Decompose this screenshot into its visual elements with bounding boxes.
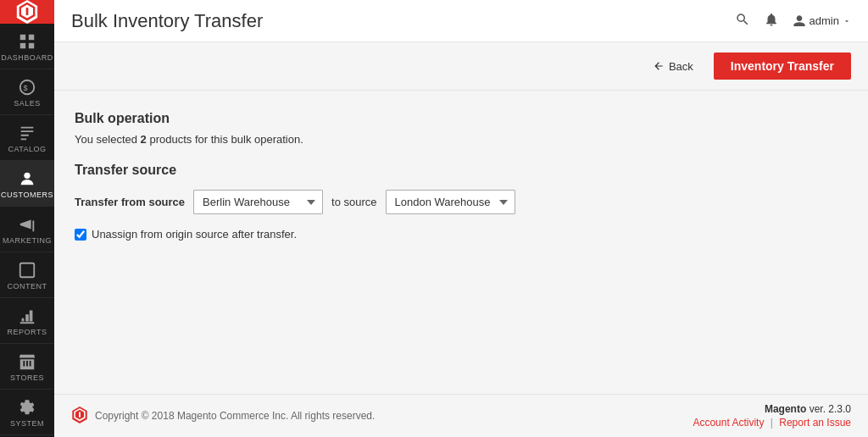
sidebar-item-sales[interactable]: $ SALES [0,69,54,115]
page-body: Bulk operation You selected 2 products f… [54,91,868,261]
account-activity-link[interactable]: Account Activity [693,417,764,429]
transfer-source-section: Transfer source Transfer from source Ber… [75,163,848,241]
search-icon[interactable] [735,12,750,30]
report-issue-link[interactable]: Report an Issue [779,417,851,429]
unassign-checkbox-row: Unassign from origin source after transf… [75,228,848,241]
main-area: Bulk Inventory Transfer admin Back Inven… [54,0,868,437]
footer-version: Magento ver. 2.3.0 [693,403,851,415]
bulk-selected-count: 2 [141,133,147,146]
bulk-operation-title: Bulk operation [75,111,848,126]
sidebar-item-label-sales: SALES [14,99,41,108]
action-bar: Back Inventory Transfer [54,42,868,91]
footer-right: Magento ver. 2.3.0 Account Activity | Re… [693,403,851,429]
svg-rect-0 [20,35,25,40]
transfer-to-select[interactable]: London Warehouse Berlin Warehouse Paris … [386,190,515,214]
sidebar-item-stores[interactable]: STORES [0,344,54,390]
footer-copyright: Copyright © 2018 Magento Commerce Inc. A… [95,410,375,422]
footer-links: Account Activity | Report an Issue [693,417,851,429]
sidebar-item-label-system: SYSTEM [10,419,44,428]
sidebar-item-label-dashboard: DASHBOARD [1,53,53,62]
sidebar-item-reports[interactable]: REPORTS [0,298,54,344]
footer: Copyright © 2018 Magento Commerce Inc. A… [54,394,868,437]
back-button[interactable]: Back [643,55,704,78]
svg-text:$: $ [23,84,27,92]
notification-bell-icon[interactable] [764,12,779,30]
svg-rect-3 [29,43,34,48]
sidebar-item-label-reports: REPORTS [8,328,47,336]
unassign-checkbox[interactable] [75,229,86,241]
transfer-from-label: Transfer from source [75,196,185,208]
unassign-label[interactable]: Unassign from origin source after transf… [92,228,297,241]
header-actions: admin [735,12,851,30]
footer-left: Copyright © 2018 Magento Commerce Inc. A… [71,407,375,426]
bulk-desc-suffix: products for this bulk operation. [147,133,303,146]
sidebar-item-label-catalog: CATALOG [8,145,46,153]
sidebar-item-catalog[interactable]: CATALOG [0,115,54,161]
footer-magento-label: Magento [765,403,806,415]
sidebar-item-system[interactable]: SYSTEM [0,390,54,435]
back-button-label: Back [669,60,693,73]
top-header: Bulk Inventory Transfer admin [54,0,868,42]
transfer-from-select[interactable]: Berlin Warehouse London Warehouse Paris … [193,190,323,214]
admin-user-menu[interactable]: admin [793,14,851,28]
sidebar-item-label-marketing: MARKETING [3,236,52,245]
svg-rect-2 [20,43,25,48]
footer-version-number: ver. 2.3.0 [810,403,851,415]
bulk-desc-prefix: You selected [75,133,141,146]
sidebar-item-label-content: CONTENT [8,282,47,290]
bulk-operation-description: You selected 2 products for this bulk op… [75,133,848,146]
admin-username: admin [810,14,839,27]
page-title: Bulk Inventory Transfer [71,10,263,32]
sidebar-item-dashboard[interactable]: DASHBOARD [0,24,54,69]
sidebar-item-label-customers: CUSTOMERS [1,191,53,199]
sidebar-item-marketing[interactable]: MARKETING [0,207,54,252]
sidebar-item-label-stores: STORES [10,373,44,382]
transfer-source-title: Transfer source [75,163,848,178]
to-source-label: to source [331,196,376,208]
footer-magento-logo-icon [71,407,88,426]
sidebar: DASHBOARD $ SALES CATALOG CUSTOMERS MARK… [0,0,54,437]
transfer-source-row: Transfer from source Berlin Warehouse Lo… [75,190,848,214]
svg-point-6 [24,173,30,179]
footer-link-separator: | [771,417,773,429]
content-area: Back Inventory Transfer Bulk operation Y… [54,42,868,394]
inventory-transfer-button[interactable]: Inventory Transfer [714,53,851,80]
bulk-operation-section: Bulk operation You selected 2 products f… [75,111,848,146]
sidebar-item-content[interactable]: CONTENT [0,252,54,298]
magento-logo[interactable] [0,0,54,24]
svg-rect-1 [29,35,34,40]
svg-rect-7 [20,263,35,278]
sidebar-item-customers[interactable]: CUSTOMERS [0,161,54,207]
